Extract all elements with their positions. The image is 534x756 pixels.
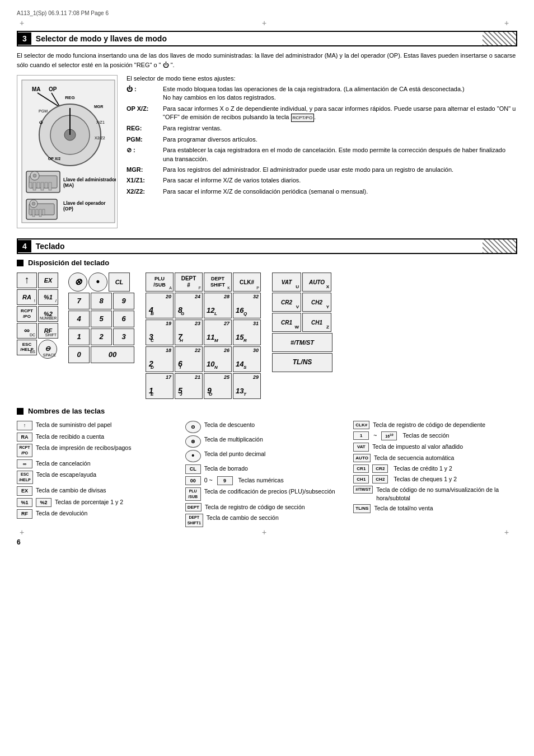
svg-text:PGM: PGM [39,109,48,113]
name-key-rcpt: RCPT/PO [17,444,32,457]
name-desc-ch: Teclas de cheques 1 y 2 [394,475,457,483]
key-arrow-up[interactable]: ↑ [17,273,37,288]
key-1[interactable]: 1 [68,328,90,345]
kb-row-4: ∞ DC RF SHIFT [17,323,58,339]
dept-14[interactable]: 30 14 S [233,346,261,372]
dept-9[interactable]: 25 9 O [204,373,232,399]
key-7[interactable]: 7 [68,293,90,309]
key-ch1[interactable]: CH1 Z [302,313,331,332]
svg-text:⏻: ⏻ [39,120,43,124]
page-wrapper: A113_1(Sp) 06.9.11 7:08 PM Page 6 3 Sele… [17,10,517,546]
dept-row-4: 17 1 E 21 5 J 25 9 O 29 [146,373,261,399]
key-plu-sub[interactable]: PLU/SUB A [146,273,174,292]
right-row-5: TL/NS [272,353,332,372]
dept-15[interactable]: 31 15 R [233,320,261,345]
dept-2[interactable]: 18 2 D [146,346,174,372]
key-space[interactable]: ⊖SPACE [38,340,57,359]
svg-rect-20 [37,182,40,188]
name-key-clk2: CLK# [353,421,369,429]
dept-8[interactable]: 24 8 G [175,293,203,318]
key-percent1[interactable]: %1 / [38,289,58,305]
dept-10[interactable]: 26 10 N [204,346,232,372]
right-row-4: #/TM/ST [272,333,332,352]
dept-13[interactable]: 29 13 T [233,373,261,399]
name-row-dot: • Tecla del punto decimal [185,450,349,462]
key-esc-help[interactable]: ESC/HELP BS [17,340,37,355]
right-row-2: CR2 V CH2 Y [272,293,332,312]
dept-1[interactable]: 17 1 E [146,373,174,399]
key-5[interactable]: 5 [91,311,112,327]
name-row-cr: CR1 CR2 Teclas de crédito 1 y 2 [353,464,517,473]
key-cancel-mode[interactable]: ∞ DC [17,323,37,339]
key-2[interactable]: 2 [91,328,112,345]
kb-num-row-3: 4 5 6 [68,311,134,327]
key-cr2[interactable]: CR2 V [272,293,301,312]
mode-row-mgr: MGR: Para los registros del administrado… [127,166,517,174]
keyboard-layout: ↑ EX RA ! %1 / RCPT/PO [17,273,517,399]
dept-12[interactable]: 28 12 L [204,293,232,318]
name-row-cl: CL Tecla de borrado [185,464,349,474]
key-6[interactable]: 6 [113,311,134,327]
mode-key-x2z2: X2/Z2: [127,187,163,196]
key-dept-hash[interactable]: DEPT# F [175,273,203,292]
key-4[interactable]: 4 [68,311,90,327]
name-desc-pct: Teclas de porcentaje 1 y 2 [55,498,123,506]
name-desc-dot: Tecla del punto decimal [204,450,266,458]
crosshair-tc [262,18,272,29]
section4-number: 4 [18,240,31,252]
key-ra[interactable]: RA ! [17,289,37,305]
dept-7[interactable]: 23 7 H [175,320,203,345]
dept-6[interactable]: 22 6 I [175,346,203,372]
name-desc-rcpt: Tecla de impresión de recibos/pagos [36,444,131,452]
dept-5[interactable]: 21 5 J [175,373,203,399]
key-0[interactable]: 0 [68,346,90,363]
mode-row-power: ⏻ : Este modo bloquea todas las operacio… [127,85,517,102]
svg-rect-29 [32,209,35,217]
dept-row-1: 20 4 B 24 8 G 28 12 L 32 [146,293,261,318]
name-row-clk: CLK# Tecla de registro de código de depe… [353,421,517,429]
dept-4[interactable]: 20 4 B [146,293,174,318]
svg-text:X/Z1: X/Z1 [96,120,105,124]
key-multiply[interactable]: ⊗ [68,273,87,292]
key-3[interactable]: 3 [113,328,134,345]
mode-key-x1z1: X1/Z1: [127,176,163,185]
key-rf[interactable]: RF SHIFT [38,323,58,339]
name-key-dot: • [185,450,201,462]
dept-11[interactable]: 27 11 M [204,320,232,345]
name-key-00: 00 [185,476,201,486]
page-number: 6 [17,538,21,546]
key-decimal[interactable]: • [88,273,107,292]
name-desc-clk: Tecla de registro de código de dependien… [373,421,485,429]
name-desc-nums-pre: 0 ~ [204,476,213,485]
mode-key-reg: REG: [127,124,163,133]
name-key-auto2: AUTO [353,454,371,462]
key-clk[interactable]: CLK# P [233,273,261,292]
key-tlns[interactable]: TL/NS [272,353,332,372]
key-cr1[interactable]: CR1 W [272,313,301,332]
key-percent2[interactable]: %2 NUMBER [38,306,58,322]
key-auto[interactable]: AUTO X [302,273,331,292]
svg-rect-22 [45,182,48,188]
names-col-2: ⊖ Tecla de descuento ⊗ Tecla de multipli… [185,421,349,527]
key-dept-shift[interactable]: DEPTSHIFT K [204,273,232,292]
key-cl[interactable]: CL [109,273,130,292]
name-key-esc: ESC/HELP [17,471,33,484]
key-00[interactable]: 00 [91,346,134,363]
key-vat[interactable]: VAT U [272,273,301,292]
mode-val-x2z2: Para sacar el informe X/Z de consolidaci… [163,187,517,196]
name-key-ex: EX [17,486,32,496]
header-text: A113_1(Sp) 06.9.11 7:08 PM Page 6 [17,10,109,16]
name-key-cancel2: ∞ [17,459,32,469]
dept-3[interactable]: 19 3 C [146,320,174,345]
key-ch2[interactable]: CH2 Y [302,293,331,312]
key-8[interactable]: 8 [91,293,112,309]
key-hashtmst[interactable]: #/TM/ST [272,333,332,352]
name-key-cl2: CL [185,464,201,474]
key-rcpt-po[interactable]: RCPT/PO [17,306,37,322]
dept-16[interactable]: 32 16 Q [233,293,261,318]
key-ex[interactable]: EX [38,273,58,288]
key-9[interactable]: 9 [113,293,134,309]
crosshair-br [504,528,514,538]
kb-num-row-5: 0 00 [68,346,134,363]
name-desc-ra: Tecla de recibido a cuenta [36,433,104,441]
